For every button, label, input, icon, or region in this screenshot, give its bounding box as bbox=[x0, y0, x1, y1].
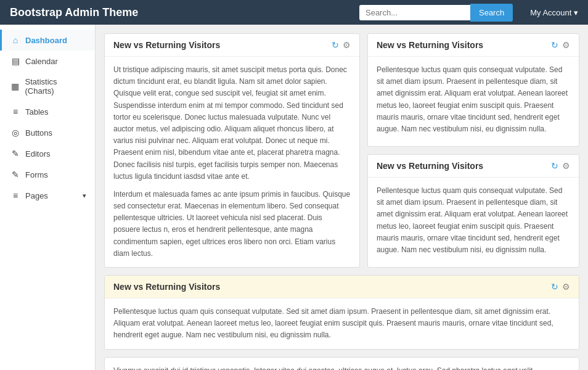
pages-icon: ≡ bbox=[10, 191, 20, 200]
right-column: New vs Returning Visitors ↻ ⚙ Pellentesq… bbox=[367, 33, 579, 268]
refresh-icon-2[interactable]: ↻ bbox=[551, 40, 558, 50]
card-top-right-1-header: New vs Returning Visitors ↻ ⚙ bbox=[368, 34, 579, 57]
card-top-right-1: New vs Returning Visitors ↻ ⚙ Pellentesq… bbox=[367, 33, 579, 147]
card-top-right-2-body: Pellentesque luctus quam quis consequat … bbox=[368, 178, 579, 263]
gear-icon[interactable]: ⚙ bbox=[343, 40, 351, 50]
sidebar-label-dashboard: Dashboard bbox=[25, 36, 67, 45]
sidebar-label-tables: Tables bbox=[25, 107, 49, 117]
card-top-left-header: New vs Returning Visitors ↻ ⚙ bbox=[105, 34, 359, 57]
top-row: New vs Returning Visitors ↻ ⚙ Ut tristiq… bbox=[104, 33, 579, 268]
refresh-icon[interactable]: ↻ bbox=[332, 40, 339, 50]
card-top-left-text-2: Interdum et malesuada fames ac ante ipsu… bbox=[113, 189, 351, 260]
card-bottom-body: Vivamus suscipit dui id tristique venena… bbox=[105, 358, 579, 370]
card-top-right-2: New vs Returning Visitors ↻ ⚙ Pellentesq… bbox=[367, 154, 579, 268]
refresh-icon-4[interactable]: ↻ bbox=[551, 282, 558, 292]
sidebar-item-statistics[interactable]: ▦ Statistics (Charts) bbox=[0, 72, 95, 101]
sidebar-label-editors: Editors bbox=[25, 149, 50, 158]
card-bottom-text: Vivamus suscipit dui id tristique venena… bbox=[113, 365, 570, 370]
card-top-left-text: Ut tristique adipiscing mauris, sit amet… bbox=[113, 64, 351, 183]
card-top-left-icons: ↻ ⚙ bbox=[332, 40, 351, 50]
sidebar-label-pages: Pages bbox=[25, 191, 48, 200]
card-top-right-2-title: New vs Returning Visitors bbox=[377, 161, 483, 171]
search-button[interactable]: Search bbox=[470, 4, 513, 22]
card-top-left-body: Ut tristique adipiscing mauris, sit amet… bbox=[105, 57, 359, 267]
search-bar: Search bbox=[359, 4, 513, 22]
card-middle-text: Pellentesque luctus quam quis consequat … bbox=[113, 306, 570, 342]
card-top-right-1-text: Pellentesque luctus quam quis consequat … bbox=[377, 64, 570, 135]
my-account-menu[interactable]: My Account ▾ bbox=[530, 8, 578, 17]
sidebar-item-editors[interactable]: ✎ Editors bbox=[0, 143, 95, 164]
search-input[interactable] bbox=[359, 5, 470, 20]
card-top-right-1-icons: ↻ ⚙ bbox=[551, 40, 570, 50]
card-top-right-1-body: Pellentesque luctus quam quis consequat … bbox=[368, 57, 579, 142]
card-top-right-2-icons: ↻ ⚙ bbox=[551, 161, 570, 171]
header: Bootstrap Admin Theme Search My Account … bbox=[0, 0, 588, 25]
table-icon: ≡ bbox=[10, 107, 20, 117]
sidebar-item-calendar[interactable]: ▤ Calendar bbox=[0, 51, 95, 72]
card-top-left: New vs Returning Visitors ↻ ⚙ Ut tristiq… bbox=[104, 33, 360, 268]
gear-icon-2[interactable]: ⚙ bbox=[562, 40, 570, 50]
card-middle-header: New vs Returning Visitors ↻ ⚙ bbox=[105, 276, 579, 298]
home-icon: ⌂ bbox=[10, 35, 20, 45]
button-icon: ◎ bbox=[10, 128, 20, 138]
card-middle-title: New vs Returning Visitors bbox=[113, 282, 220, 292]
gear-icon-3[interactable]: ⚙ bbox=[562, 161, 570, 171]
sidebar-label-buttons: Buttons bbox=[25, 128, 52, 138]
sidebar-label-forms: Forms bbox=[25, 170, 48, 179]
card-top-left-title: New vs Returning Visitors bbox=[113, 40, 220, 50]
sidebar-item-buttons[interactable]: ◎ Buttons bbox=[0, 122, 95, 143]
card-middle-icons: ↻ ⚙ bbox=[551, 282, 570, 292]
chart-icon: ▦ bbox=[10, 81, 20, 91]
app-title: Bootstrap Admin Theme bbox=[10, 6, 138, 19]
card-top-right-1-title: New vs Returning Visitors bbox=[377, 40, 483, 50]
sidebar-item-pages[interactable]: ≡ Pages ▾ bbox=[0, 185, 95, 206]
main-layout: ⌂ Dashboard ▤ Calendar ▦ Statistics (Cha… bbox=[0, 25, 588, 370]
card-top-right-2-text: Pellentesque luctus quam quis consequat … bbox=[377, 185, 570, 256]
sidebar-label-statistics: Statistics (Charts) bbox=[25, 77, 86, 96]
sidebar-item-tables[interactable]: ≡ Tables bbox=[0, 101, 95, 122]
refresh-icon-3[interactable]: ↻ bbox=[551, 161, 558, 171]
form-icon: ✎ bbox=[10, 170, 20, 179]
sidebar: ⌂ Dashboard ▤ Calendar ▦ Statistics (Cha… bbox=[0, 25, 96, 370]
sidebar-item-dashboard[interactable]: ⌂ Dashboard bbox=[0, 30, 95, 51]
edit-icon: ✎ bbox=[10, 149, 20, 158]
calendar-icon: ▤ bbox=[10, 56, 20, 66]
chevron-down-icon: ▾ bbox=[83, 192, 86, 200]
sidebar-item-forms[interactable]: ✎ Forms bbox=[0, 164, 95, 185]
card-bottom: Vivamus suscipit dui id tristique venena… bbox=[104, 357, 579, 370]
card-middle-body: Pellentesque luctus quam quis consequat … bbox=[105, 298, 579, 349]
gear-icon-4[interactable]: ⚙ bbox=[562, 282, 570, 292]
card-top-right-2-header: New vs Returning Visitors ↻ ⚙ bbox=[368, 155, 579, 178]
main-content: New vs Returning Visitors ↻ ⚙ Ut tristiq… bbox=[96, 25, 588, 370]
sidebar-label-calendar: Calendar bbox=[25, 57, 58, 66]
card-middle: New vs Returning Visitors ↻ ⚙ Pellentesq… bbox=[104, 275, 579, 350]
